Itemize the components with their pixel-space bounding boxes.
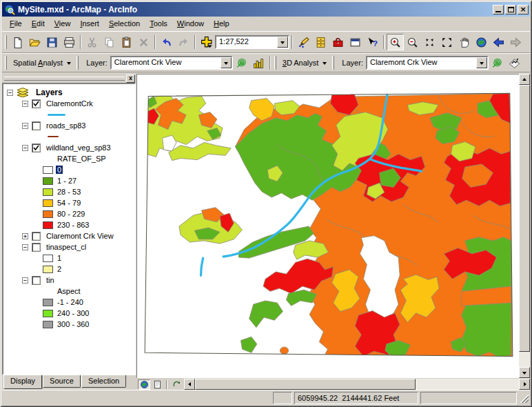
menu-view[interactable]: View bbox=[50, 18, 76, 29]
toc-item-claremont-crk-view[interactable]: +Claremont Crk View bbox=[3, 230, 134, 241]
toc-label[interactable]: 28 - 53 bbox=[56, 188, 82, 196]
toc-label[interactable]: wildland_veg_sp83 bbox=[45, 143, 112, 152]
toc-label[interactable]: 0 bbox=[56, 166, 63, 174]
collapse-box-icon[interactable]: − bbox=[22, 244, 28, 250]
copy-button[interactable] bbox=[101, 34, 118, 50]
zoom-in-button[interactable] bbox=[387, 34, 404, 50]
refresh-view-button[interactable] bbox=[170, 379, 183, 390]
legend-swatch[interactable] bbox=[43, 221, 53, 229]
toc-label[interactable]: 80 - 229 bbox=[56, 210, 86, 218]
toc-header[interactable]: x bbox=[2, 74, 136, 83]
tab-source[interactable]: Source bbox=[43, 375, 81, 388]
legend-swatch[interactable] bbox=[43, 299, 53, 306]
scroll-left-button[interactable] bbox=[184, 379, 195, 390]
layer-visibility-checkbox[interactable] bbox=[32, 121, 41, 130]
tab-selection[interactable]: Selection bbox=[81, 375, 126, 388]
whats-this-button[interactable]: ? bbox=[364, 34, 381, 50]
menu-insert[interactable]: Insert bbox=[75, 18, 104, 29]
toc-label[interactable]: -1 - 240 bbox=[56, 298, 85, 306]
toc-label[interactable]: 1 - 27 bbox=[56, 177, 78, 185]
toc-label[interactable]: tin bbox=[45, 276, 56, 284]
new-map-file-button[interactable] bbox=[9, 34, 26, 50]
scroll-right-button[interactable] bbox=[519, 379, 530, 390]
menu-tools[interactable]: Tools bbox=[145, 18, 172, 29]
toc-label[interactable]: 240 - 300 bbox=[56, 309, 90, 317]
toc-label[interactable]: RATE_OF_SP bbox=[56, 155, 108, 163]
pan-button[interactable] bbox=[456, 34, 473, 50]
toc-label[interactable]: Aspect bbox=[56, 287, 82, 295]
contour-3d-tool-button[interactable] bbox=[489, 54, 506, 71]
horizontal-scroll-track[interactable] bbox=[195, 379, 519, 390]
legend-class-0[interactable]: 0 bbox=[3, 164, 134, 175]
editor-sketch-button[interactable] bbox=[295, 34, 312, 50]
fixed-zoom-in-button[interactable] bbox=[421, 34, 438, 50]
steepest-path-tool-button[interactable] bbox=[506, 54, 523, 71]
3d-layer-combo[interactable]: Claremont Crk View bbox=[366, 56, 489, 70]
histogram-tool-button[interactable] bbox=[250, 54, 267, 71]
map-viewport[interactable] bbox=[136, 74, 519, 378]
map-scale-value[interactable]: 1:27,522 bbox=[216, 37, 277, 48]
spatial-layer-value[interactable]: Claremont Crk View bbox=[112, 57, 221, 68]
legend-class-1-27[interactable]: 1 - 27 bbox=[3, 175, 134, 186]
map-canvas[interactable] bbox=[137, 75, 519, 378]
add-data-button[interactable] bbox=[198, 34, 215, 50]
spatial-analyst-menu[interactable]: Spatial Analyst bbox=[9, 57, 75, 69]
toolbar-grip[interactable] bbox=[76, 56, 79, 70]
title-bar[interactable]: MySite.mxd - ArcMap - ArcInfo × bbox=[2, 2, 530, 17]
toc-label[interactable]: 230 - 863 bbox=[56, 221, 90, 229]
collapse-box-icon[interactable]: − bbox=[22, 277, 28, 284]
3d-analyst-menu[interactable]: 3D Analyst bbox=[278, 57, 331, 69]
paste-button[interactable] bbox=[118, 34, 135, 50]
layout-view-button[interactable] bbox=[151, 379, 163, 390]
toc-label[interactable]: 300 - 360 bbox=[56, 320, 90, 328]
toolbar-grip[interactable] bbox=[5, 35, 7, 49]
legend-field-aspect[interactable]: Aspect bbox=[3, 286, 134, 297]
close-button[interactable]: × bbox=[518, 5, 529, 14]
toolbar-grip[interactable] bbox=[274, 56, 276, 70]
legend-swatch[interactable] bbox=[43, 255, 53, 262]
toolbar-grip[interactable] bbox=[332, 56, 334, 70]
roads-line-symbol[interactable] bbox=[3, 131, 134, 142]
vertical-scroll-thumb[interactable] bbox=[519, 85, 530, 352]
legend-class-80-229[interactable]: 80 - 229 bbox=[3, 208, 134, 219]
legend-tinaspect-1[interactable]: 1 bbox=[3, 252, 134, 264]
toc-item-roads[interactable]: −roads_sp83 bbox=[3, 120, 134, 131]
legend-aspect-neg1-240[interactable]: -1 - 240 bbox=[3, 297, 134, 308]
3d-layer-dropdown-button[interactable] bbox=[476, 57, 487, 68]
legend-swatch[interactable] bbox=[43, 177, 53, 185]
layer-visibility-checkbox[interactable] bbox=[32, 99, 41, 108]
open-button[interactable] bbox=[26, 34, 43, 50]
collapse-box-icon[interactable]: − bbox=[22, 123, 28, 129]
go-back-extent-button[interactable] bbox=[490, 34, 507, 50]
expand-box-icon[interactable]: + bbox=[22, 233, 28, 239]
toc-item-layers[interactable]: −Layers bbox=[3, 87, 134, 98]
toc-item-tinaspect[interactable]: −tinaspect_cl bbox=[3, 241, 134, 252]
menu-help[interactable]: Help bbox=[209, 18, 234, 29]
legend-tinaspect-2[interactable]: 2 bbox=[3, 264, 134, 275]
scale-dropdown-button[interactable] bbox=[277, 37, 288, 48]
toc-label[interactable]: tinaspect_cl bbox=[45, 243, 88, 251]
toc-label[interactable]: roads_sp83 bbox=[45, 121, 88, 130]
arccatalog-button[interactable] bbox=[312, 34, 329, 50]
command-window-button[interactable] bbox=[347, 34, 364, 50]
legend-field-rate-of-sp[interactable]: RATE_OF_SP bbox=[3, 153, 134, 164]
legend-swatch[interactable] bbox=[43, 310, 53, 317]
layer-visibility-checkbox[interactable] bbox=[32, 143, 41, 152]
cut-button[interactable] bbox=[83, 34, 101, 50]
toc-label[interactable]: Layers bbox=[34, 88, 64, 97]
menu-window[interactable]: Window bbox=[172, 18, 209, 29]
toc-label[interactable]: Claremont Crk View bbox=[45, 232, 115, 240]
toc-label[interactable]: ClaremontCrk bbox=[45, 99, 94, 108]
roads-line-symbol[interactable] bbox=[48, 136, 59, 137]
collapse-box-icon[interactable]: − bbox=[7, 90, 13, 96]
menu-selection[interactable]: Selection bbox=[104, 18, 145, 29]
3d-layer-value[interactable]: Claremont Crk View bbox=[367, 57, 476, 68]
spatial-layer-dropdown-button[interactable] bbox=[221, 57, 232, 68]
toc-label[interactable]: 54 - 79 bbox=[56, 199, 82, 207]
legend-swatch[interactable] bbox=[43, 266, 53, 273]
claremontcrk-line-symbol[interactable] bbox=[3, 109, 134, 120]
full-extent-button[interactable] bbox=[473, 34, 490, 50]
save-button[interactable] bbox=[43, 34, 61, 50]
legend-swatch[interactable] bbox=[43, 188, 53, 196]
scroll-up-button[interactable] bbox=[519, 74, 530, 85]
